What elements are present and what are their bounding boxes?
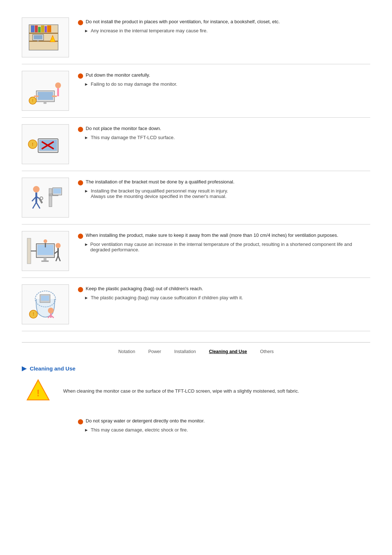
svg-rect-16: [44, 102, 46, 104]
svg-rect-15: [38, 92, 53, 100]
section-header: ▶ Cleaning and Use: [22, 364, 370, 372]
svg-text:!: !: [32, 142, 33, 147]
arrow-5: ►: [84, 242, 88, 247]
instruction-block-5: ⬤ When installing the product, make sure…: [22, 224, 370, 278]
section-title: Cleaning and Use: [30, 365, 75, 372]
svg-text:!: !: [33, 312, 34, 317]
svg-line-52: [58, 256, 60, 261]
instruction-content-1: ⬤ Do not install the product in places w…: [78, 17, 370, 33]
svg-rect-11: [37, 40, 39, 41]
cleaning-intro-text: When cleaning the monitor case or the su…: [63, 388, 370, 394]
cleaning-arrow-1: ►: [84, 428, 89, 433]
bullet-6: ⬤: [78, 286, 83, 292]
main-text-1: Do not install the product in places wit…: [86, 19, 280, 24]
svg-text:!: !: [52, 37, 53, 41]
main-text-2: Put down the monitor carefully.: [86, 72, 150, 78]
image-face-down: !: [22, 124, 69, 164]
bullet-3: ⬤: [78, 126, 83, 132]
cleaning-content-1: ⬤ Do not spray water or detergent direct…: [78, 417, 370, 433]
sub-text-2: Failing to do so may damage the monitor.: [91, 81, 177, 87]
nav-cleaning-and-use[interactable]: Cleaning and Use: [209, 349, 247, 354]
instruction-block-6: ! ⬤ Keep the plastic packaging (bag) out…: [22, 278, 370, 331]
arrow-3: ►: [84, 135, 89, 140]
instruction-block-2: ! ⬤ Put down the monitor carefully. ► Fa…: [22, 64, 370, 118]
instruction-content-6: ⬤ Keep the plastic packaging (bag) out o…: [78, 284, 370, 300]
svg-rect-40: [53, 189, 61, 194]
cleaning-main-text-1: Do not spray water or detergent directly…: [86, 418, 205, 424]
instruction-block-4: ⬤ The installation of the bracket must b…: [22, 171, 370, 224]
nav-power[interactable]: Power: [148, 349, 161, 354]
bullet-1: ⬤: [78, 19, 83, 25]
svg-point-29: [33, 186, 40, 193]
sub-text-6: The plastic packaging (bag) may cause su…: [91, 295, 243, 300]
svg-point-48: [56, 243, 61, 248]
nav-notation[interactable]: Notation: [118, 349, 135, 354]
image-ventilation: [22, 231, 69, 271]
cleaning-intro-block: ! When cleaning the monitor case or the …: [22, 378, 370, 407]
warning-image: !: [22, 378, 54, 404]
section-icon: ▶: [22, 364, 27, 372]
svg-line-34: [36, 202, 40, 208]
svg-line-33: [33, 202, 36, 208]
svg-rect-10: [34, 35, 42, 39]
sub-text-5: Poor ventilation may cause an increase i…: [90, 242, 370, 252]
arrow-6: ►: [84, 295, 89, 300]
cleaning-block-1: ⬤ Do not spray water or detergent direct…: [22, 414, 370, 439]
instruction-content-3: ⬤ Do not place the monitor face down. ► …: [78, 124, 370, 140]
svg-rect-35: [39, 198, 43, 203]
svg-rect-7: [45, 26, 47, 32]
nav-installation[interactable]: Installation: [174, 349, 196, 354]
svg-rect-63: [41, 296, 49, 301]
main-text-4: The installation of the bracket must be …: [86, 179, 234, 185]
cleaning-sub-text-1: This may cause damage, electric shock or…: [91, 427, 188, 433]
image-bookshelf: !: [22, 17, 69, 57]
sub-text-1: Any increase in the internal temperature…: [91, 28, 208, 33]
arrow-1: ►: [84, 28, 89, 33]
svg-rect-41: [27, 238, 31, 264]
instruction-content-5: ⬤ When installing the product, make sure…: [78, 231, 370, 252]
bullet-2: ⬤: [78, 73, 83, 78]
cleaning-bullet-1: ⬤: [78, 418, 83, 424]
sub-text-4: Installing the bracket by unqualified pe…: [91, 188, 228, 199]
svg-rect-5: [38, 27, 41, 32]
bullet-5: ⬤: [78, 233, 83, 239]
arrow-4: ►: [84, 189, 89, 194]
instruction-block-1: ! ⬤ Do not install the product in places…: [22, 11, 370, 64]
instruction-content-2: ⬤ Put down the monitor carefully. ► Fail…: [78, 71, 370, 87]
svg-point-56: [48, 308, 54, 313]
cleaning-intro: When cleaning the monitor case or the su…: [63, 388, 299, 394]
svg-rect-46: [44, 258, 46, 260]
instruction-content-4: ⬤ The installation of the bracket must b…: [78, 178, 370, 199]
image-plastic-bag: !: [22, 284, 69, 324]
svg-text:!: !: [32, 98, 33, 103]
main-text-3: Do not place the monitor face down.: [86, 126, 161, 131]
svg-rect-6: [41, 25, 44, 32]
main-text-5: When installing the product, make sure t…: [86, 232, 338, 238]
main-text-6: Keep the plastic packaging (bag) out of …: [86, 286, 203, 291]
svg-line-51: [56, 256, 58, 261]
svg-rect-37: [49, 189, 52, 207]
svg-text:!: !: [37, 388, 40, 398]
sub-text-3: This may damage the TFT-LCD surface.: [91, 135, 175, 140]
cleaning-section: ▶ Cleaning and Use ! When cleaning the m…: [22, 364, 370, 439]
svg-rect-1: [29, 33, 58, 34]
instruction-block-3: ! ⬤ Do not place the monitor face down. …: [22, 118, 370, 171]
image-handle-care: !: [22, 71, 69, 111]
arrow-2: ►: [84, 82, 89, 87]
bullet-4: ⬤: [78, 179, 83, 185]
image-bracket: [22, 178, 69, 218]
nav-others[interactable]: Others: [260, 349, 274, 354]
svg-rect-8: [47, 25, 51, 32]
navigation-bar: Notation Power Installation Cleaning and…: [22, 342, 370, 358]
svg-rect-3: [31, 25, 34, 32]
svg-rect-4: [35, 25, 38, 32]
svg-point-53: [44, 239, 47, 243]
svg-point-21: [55, 82, 61, 88]
svg-rect-47: [41, 260, 49, 262]
